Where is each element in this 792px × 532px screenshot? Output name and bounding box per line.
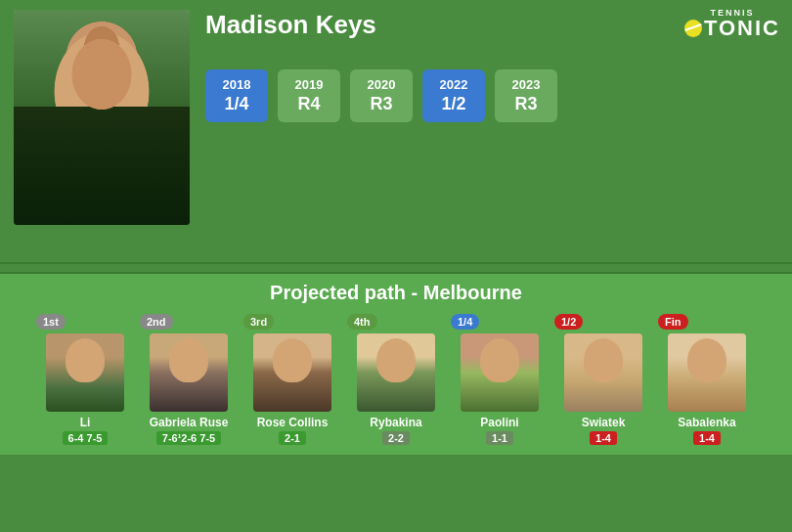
opponent-name: Li [80, 416, 91, 429]
opponent-score: 1-1 [486, 431, 513, 445]
opponent-card: 1st Li 6-4 7-5 [36, 314, 134, 445]
opponent-score: 2-1 [279, 431, 306, 445]
face-placeholder [66, 338, 105, 382]
face-placeholder [273, 338, 312, 382]
opponent-name: Gabriela Ruse [150, 416, 229, 429]
projected-title: Projected path - Melbourne [10, 282, 782, 304]
year-card: 20221/2 [422, 69, 485, 122]
opponent-name: Rose Collins [257, 416, 329, 429]
opponent-name: Rybakina [370, 416, 421, 429]
logo: TENNIS TONIC [684, 8, 780, 39]
opponent-card: Fin Sabalenka 1-4 [658, 314, 756, 445]
logo-bottom-text: TONIC [684, 18, 780, 39]
round-badge: 1/4 [451, 314, 479, 330]
opponent-name: Sabalenka [678, 416, 735, 429]
opponent-name: Paolini [480, 416, 518, 429]
face-placeholder [584, 338, 623, 382]
opponent-photo [461, 333, 539, 412]
face-placeholder [480, 338, 519, 382]
opponent-score: 7-6¹2-6 7-5 [156, 431, 221, 445]
opponent-card: 1/2 Swiatek 1-4 [554, 314, 652, 445]
round-badge: Fin [658, 314, 688, 330]
opponent-name: Swiatek [582, 416, 626, 429]
opponent-card: 1/4 Paolini 1-1 [451, 314, 549, 445]
year-card: 2020R3 [350, 69, 413, 122]
opponent-photo [253, 333, 331, 412]
section-divider [0, 262, 792, 264]
opponent-score: 6-4 7-5 [63, 431, 109, 445]
round-badge: 1st [36, 314, 66, 330]
year-card: 20181/4 [205, 69, 268, 122]
opponent-card: 2nd Gabriela Ruse 7-6¹2-6 7-5 [140, 314, 238, 445]
round-badge: 3rd [243, 314, 274, 330]
opponent-photo [357, 333, 435, 412]
opponent-photo [150, 333, 228, 412]
face-placeholder [687, 338, 726, 382]
round-badge: 1/2 [554, 314, 583, 330]
opponent-score: 2-2 [382, 431, 410, 445]
opponent-card: 3rd Rose Collins 2-1 [243, 314, 341, 445]
year-cards: 20181/42019R42020R320221/22023R3 [205, 69, 778, 122]
opponent-card: 4th Rybakina 2-2 [347, 314, 445, 445]
year-card: 2023R3 [495, 69, 557, 122]
path-container: 1st Li 6-4 7-5 2nd Gabriela Ruse 7-6¹2-6… [10, 314, 782, 445]
round-badge: 2nd [140, 314, 173, 330]
bottom-section: Projected path - Melbourne 1st Li 6-4 7-… [0, 272, 792, 455]
face-placeholder [169, 338, 208, 382]
year-card: 2019R4 [278, 69, 340, 122]
opponent-score: 1-4 [590, 431, 617, 445]
logo-ball-icon [684, 20, 702, 37]
opponent-photo [46, 333, 124, 412]
opponent-score: 1-4 [693, 431, 721, 445]
opponent-photo [564, 333, 642, 412]
player-photo [14, 10, 190, 225]
top-section: Madison Keys 20181/42019R42020R320221/22… [0, 0, 792, 254]
round-badge: 4th [347, 314, 377, 330]
opponent-photo [668, 333, 746, 412]
face-placeholder [376, 338, 416, 382]
